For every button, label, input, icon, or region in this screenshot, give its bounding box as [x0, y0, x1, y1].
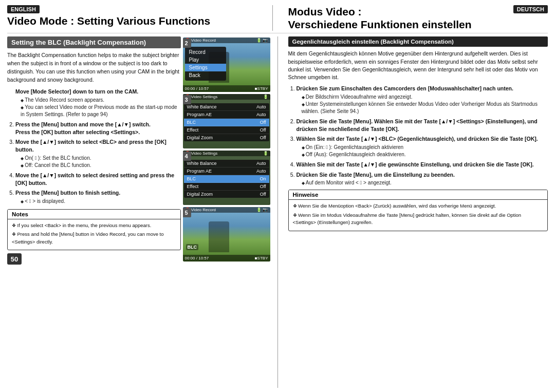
step-5-de: Drücken Sie die Taste [Menu], um die Ein…: [297, 171, 548, 187]
cam-bar-5: 🔴 Video Record 🔋 📷: [183, 207, 270, 213]
step-3-de-text: Wählen Sie mit der Taste [▲/▼] <BLC> (Ge…: [297, 135, 548, 143]
settings-val-ae: Auto: [256, 112, 266, 117]
step-1-en: Move [Mode Selector] down to turn on the…: [15, 88, 181, 118]
screenshots-column: 2 🔴 Video Record 🔋 📷 Record Play Setting…: [183, 36, 270, 388]
step-5-de-text: Drücken Sie die Taste [Menu], um die Ein…: [297, 171, 548, 179]
step-1-de-bullet-1: Der Bildschirm Videoaufnahme wird angeze…: [302, 94, 548, 101]
step-5-en-text: Press the [Menu] button to finish settin…: [15, 189, 181, 197]
step-3-de-bullet-2: Off (Aus): Gegenlichtausgleich deaktivie…: [302, 151, 548, 158]
step-badge-4: 4: [183, 152, 191, 161]
notes-content: If you select <Back> in the menu, the pr…: [8, 219, 180, 250]
settings-label-wb: White Balance: [187, 104, 217, 109]
settings-label-zoom: Digital Zoom: [187, 135, 213, 140]
menu-overlay-2: Record Play Settings Back: [185, 47, 226, 81]
settings-val-ae-4: Auto: [256, 169, 266, 174]
step-badge-2: 2: [183, 39, 191, 48]
page: ENGLISH Video Mode : Setting Various Fun…: [0, 0, 555, 392]
header: ENGLISH Video Mode : Setting Various Fun…: [7, 5, 548, 33]
settings-val-effect: Off: [260, 127, 266, 133]
step-2-en-text2: Press the [OK] button after selecting <S…: [15, 128, 181, 136]
settings-val-zoom-4: Off: [260, 192, 266, 197]
english-section-title: Setting the BLC (Backlight Compensation): [7, 36, 181, 48]
settings-val-blc: Off: [260, 120, 266, 125]
step-4-de-text: Wählen Sie mit der Taste [▲/▼] die gewün…: [297, 161, 548, 169]
step-5-de-bullet-1: Auf dem Monitor wird <  > angezeigt.: [302, 179, 548, 186]
settings-row-blc: BLC Off: [184, 119, 269, 126]
right-panel: Gegenlichtausgleich einstellen (Backligh…: [285, 36, 548, 388]
header-right: Modus Video : Verschiedene Funktionen ei…: [278, 5, 548, 31]
cam-bottom-2: 00:00 / 10:57 ■STBY: [183, 85, 270, 92]
menu-play[interactable]: Play: [185, 56, 226, 64]
settings-label-ae: Program AE: [187, 112, 212, 117]
cam-status-5: ■STBY: [255, 256, 268, 260]
step-1-en-text: Move [Mode Selector] down to turn on the…: [15, 88, 181, 96]
cam-icons: 🔋 📷: [256, 38, 268, 43]
hinweis-2: Wenn Sie im Modus Videoaufnahme die Tast…: [293, 212, 544, 227]
step-3-bullet-1: On(  ): Set the BLC function.: [21, 155, 181, 162]
cam-status-2: ■STBY: [255, 86, 268, 91]
step-1-de: Drücken Sie zum Einschalten des Camcorde…: [297, 85, 548, 115]
cam-bottom-5: 00:00 / 10:57 ■STBY: [183, 255, 270, 262]
cam-bar-4: 🔴 Video Settings 🔋: [183, 151, 270, 156]
step-3-de: Wählen Sie mit der Taste [▲/▼] <BLC> (Ge…: [297, 135, 548, 158]
settings-label-blc-4: BLC: [187, 176, 196, 181]
settings-val-zoom: Off: [260, 135, 266, 140]
cam-icons-5: 🔋 📷: [256, 208, 268, 212]
step-2-de-text: Drücken Sie die Taste [Menu]. Wählen Sie…: [297, 118, 548, 133]
notes-title: Notes: [8, 210, 180, 219]
settings-val-wb-4: Auto: [256, 161, 266, 166]
cam-icons-3: 🔋: [263, 95, 268, 99]
cam-time-5: 00:00 / 10:57: [185, 256, 209, 260]
step-3-bullet-2: Off: Cancel the BLC function.: [21, 162, 181, 169]
settings-row-zoom-4: Digital Zoom Off: [184, 191, 269, 198]
page-title-deutsch-line1: Modus Video :: [288, 5, 472, 18]
step-5-en: Press the [Menu] button to finish settin…: [15, 189, 181, 205]
screenshot-step5: 5 🔴 Video Record 🔋 📷 BLC 00:00 / 10:57 ■…: [183, 207, 270, 262]
step-2-en-text: Press the [Menu] button and move the [▲/…: [15, 121, 181, 128]
settings-label-effect-4: Effect: [187, 184, 199, 189]
step-1-de-bullet-2: Unter Systemeinstellungen können Sie ent…: [302, 101, 548, 115]
note-2: Press and hold the [Menu] button in Vide…: [12, 231, 176, 246]
settings-label-zoom-4: Digital Zoom: [187, 192, 213, 197]
settings-row-zoom: Digital Zoom Off: [184, 134, 269, 141]
step-1-de-text: Drücken Sie zum Einschalten des Camcorde…: [297, 85, 548, 92]
panel-divider: [278, 36, 278, 388]
settings-row-effect: Effect Off: [184, 126, 269, 134]
menu-record[interactable]: Record: [185, 48, 226, 56]
settings-label-ae-4: Program AE: [187, 169, 212, 174]
step-4-en: Move the [▲/▼] switch to select desired …: [15, 172, 181, 186]
step-badge-3: 3: [183, 95, 191, 104]
hinweise-title: Hinweise: [289, 190, 548, 200]
menu-settings[interactable]: Settings: [185, 64, 226, 71]
header-left: ENGLISH Video Mode : Setting Various Fun…: [7, 5, 267, 31]
english-intro: The Backlight Compensation function help…: [7, 51, 181, 84]
settings-label-effect: Effect: [187, 127, 199, 133]
step-badge-5: 5: [183, 208, 191, 217]
step-3-en-text: Move the [▲/▼] switch to select <BLC> an…: [15, 138, 181, 153]
page-title-english: Video Mode : Setting Various Functions: [7, 14, 267, 27]
step-2-en: Press the [Menu] button and move the [▲/…: [15, 121, 181, 136]
settings-row-blc-4: BLC On: [184, 175, 269, 183]
settings-table-4: White Balance Auto Program AE Auto BLC O…: [184, 160, 269, 198]
step-1-bullet-1: The Video Record screen appears.: [21, 97, 181, 104]
note-1: If you select <Back> in the menu, the pr…: [12, 222, 176, 230]
settings-row-effect-4: Effect Off: [184, 183, 269, 191]
header-divider: [272, 5, 273, 31]
settings-val-blc-4: On: [260, 176, 266, 181]
step-4-en-text: Move the [▲/▼] switch to select desired …: [15, 172, 181, 186]
blc-label: BLC: [186, 244, 199, 250]
cam-bar-3: 🔴 Video Settings 🔋: [183, 94, 270, 100]
cam-bar-2: 🔴 Video Record 🔋 📷: [183, 38, 270, 43]
settings-row-ae: Program AE Auto: [184, 111, 269, 119]
german-section-title: Gegenlichtausgleich einstellen (Backligh…: [288, 36, 548, 47]
german-intro: Mit dem Gegenlichtausgleich können Motiv…: [288, 50, 548, 81]
hinweise-box: Hinweise Wenn Sie die Menüoption <Back> …: [288, 190, 548, 231]
hinweis-1: Wenn Sie die Menüoption <Back> (Zurück) …: [293, 202, 544, 210]
deutsch-badge: DEUTSCH: [513, 5, 548, 13]
step-2-de: Drücken Sie die Taste [Menu]. Wählen Sie…: [297, 118, 548, 133]
settings-table-3: White Balance Auto Program AE Auto BLC O…: [184, 103, 269, 141]
settings-label-blc: BLC: [187, 120, 196, 125]
page-title-deutsch-line2: Verschiedene Funktionen einstellen: [288, 18, 472, 31]
menu-back[interactable]: Back: [185, 71, 226, 79]
step-1-bullet-2: You can select Video mode or Previous mo…: [21, 104, 181, 118]
